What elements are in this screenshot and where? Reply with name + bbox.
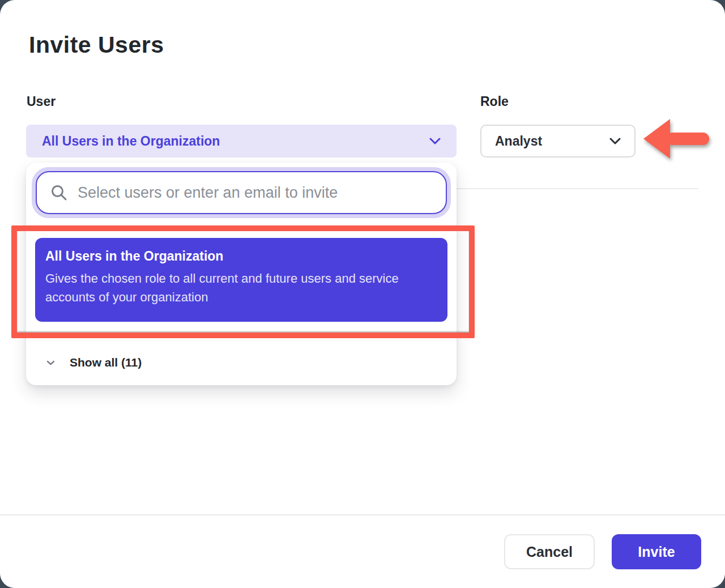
chevron-down-icon bbox=[609, 138, 621, 144]
cancel-button[interactable]: Cancel bbox=[504, 534, 595, 569]
role-select-value: Analyst bbox=[495, 134, 609, 149]
user-select-value: All Users in the Organization bbox=[42, 134, 429, 149]
option-title: All Users in the Organization bbox=[45, 249, 436, 264]
dropdown-option-all-users[interactable]: All Users in the Organization Gives the … bbox=[35, 238, 447, 322]
search-focus-ring bbox=[32, 167, 451, 218]
user-field-label: User bbox=[27, 94, 56, 109]
user-dropdown-panel: All Users in the Organization Gives the … bbox=[26, 163, 457, 385]
role-field-label: Role bbox=[480, 94, 509, 109]
chevron-down-icon bbox=[429, 138, 441, 144]
role-select[interactable]: Analyst bbox=[480, 125, 636, 157]
search-input-container bbox=[36, 171, 447, 214]
invite-button[interactable]: Invite bbox=[612, 534, 701, 569]
search-icon bbox=[50, 184, 67, 201]
red-arrow-annotation bbox=[643, 118, 710, 159]
invite-users-modal: Invite Users User Role All Users in the … bbox=[0, 0, 725, 588]
show-all-toggle[interactable]: Show all (11) bbox=[26, 347, 457, 378]
user-select[interactable]: All Users in the Organization bbox=[26, 125, 457, 157]
show-all-label: Show all (11) bbox=[70, 356, 142, 369]
option-description: Gives the chosen role to all current and… bbox=[45, 269, 436, 306]
footer-divider bbox=[0, 514, 725, 515]
chevron-down-icon bbox=[46, 360, 55, 365]
page-title: Invite Users bbox=[29, 32, 164, 58]
search-input[interactable] bbox=[78, 184, 432, 202]
